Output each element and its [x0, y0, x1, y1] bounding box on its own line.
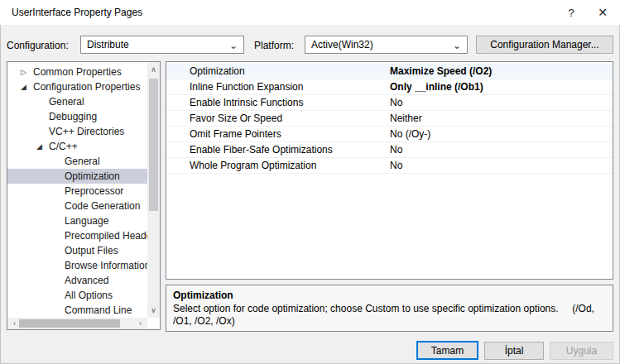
configuration-tree: ▷ Common Properties ◢ Configuration Prop… — [7, 61, 161, 330]
apply-button[interactable]: Uygula — [550, 342, 613, 360]
tree-item-browse-information[interactable]: Browse Information — [7, 258, 147, 273]
property-value[interactable]: No — [390, 142, 613, 157]
property-pages-dialog: { "window": { "title": "UserInterface Pr… — [0, 0, 620, 364]
vertical-scrollbar-thumb[interactable] — [149, 79, 158, 211]
property-name: Favor Size Or Speed — [166, 111, 390, 126]
description-title: Optimization — [173, 290, 606, 301]
property-name: Optimization — [166, 64, 390, 79]
tree-item-output-files[interactable]: Output Files — [7, 243, 147, 258]
configuration-dropdown-value: Distribute — [87, 39, 129, 50]
tree-item-label: Code Generation — [65, 199, 140, 213]
property-name: Whole Program Optimization — [166, 158, 390, 173]
tree-item-debugging[interactable]: Debugging — [7, 109, 147, 124]
property-value[interactable]: No (/Oy-) — [390, 127, 613, 141]
tree-item-general-ccpp[interactable]: General — [7, 154, 147, 169]
tree-item-code-generation[interactable]: Code Generation — [7, 199, 147, 213]
tree-item-label: Debugging — [49, 109, 97, 124]
tree-item-optimization[interactable]: Optimization — [7, 169, 147, 184]
property-value[interactable]: No — [390, 158, 613, 173]
property-name: Inline Function Expansion — [166, 79, 390, 94]
property-value[interactable]: Only __inline (/Ob1) — [390, 79, 613, 94]
tree-vertical-scrollbar[interactable]: ∧ ∨ — [147, 62, 160, 318]
tree-item-label: All Options — [65, 288, 113, 303]
tree-item-advanced[interactable]: Advanced — [7, 273, 147, 288]
property-row-favor-size-or-speed[interactable]: Favor Size Or Speed Neither — [166, 111, 613, 127]
scroll-down-icon[interactable]: ∨ — [147, 304, 160, 316]
tree-items: ▷ Common Properties ◢ Configuration Prop… — [7, 65, 147, 318]
property-value[interactable]: Neither — [390, 111, 613, 126]
property-value[interactable]: No — [390, 95, 613, 110]
ok-button[interactable]: Tamam — [416, 341, 478, 360]
tree-item-label: Browse Information — [65, 258, 147, 273]
property-name: Enable Fiber-Safe Optimizations — [166, 142, 390, 157]
tree-item-configuration-properties[interactable]: ◢ Configuration Properties — [7, 79, 147, 94]
tree-item-language[interactable]: Language — [7, 213, 147, 228]
tree-item-all-options[interactable]: All Options — [7, 288, 147, 303]
expanded-triangle-icon[interactable]: ◢ — [36, 139, 49, 154]
description-panel: Optimization Select option for code opti… — [166, 285, 613, 332]
tree-item-label: Common Properties — [33, 65, 122, 79]
configuration-manager-button[interactable]: Configuration Manager... — [476, 36, 613, 54]
help-icon[interactable]: ? — [557, 0, 585, 25]
property-name: Enable Intrinsic Functions — [166, 95, 390, 110]
configuration-dropdown[interactable]: Distribute ⌄ — [80, 36, 244, 54]
close-icon[interactable]: ✕ — [589, 0, 617, 25]
scroll-up-icon[interactable]: ∧ — [147, 64, 160, 75]
tree-item-c-cpp[interactable]: ◢ C/C++ — [7, 139, 147, 154]
title-bar: UserInterface Property Pages ? ✕ — [0, 0, 620, 25]
tree-item-label: Output Files — [65, 243, 118, 258]
tree-item-common-properties[interactable]: ▷ Common Properties — [7, 65, 147, 79]
chevron-down-icon: ⌄ — [229, 37, 238, 54]
expanded-triangle-icon[interactable]: ◢ — [21, 79, 33, 94]
chevron-down-icon: ⌄ — [453, 37, 461, 54]
tree-item-label: Language — [65, 213, 108, 228]
tree-item-general[interactable]: General — [7, 94, 147, 109]
tree-item-label: Precompiled Heade — [65, 228, 147, 243]
scroll-right-icon[interactable]: › — [134, 318, 147, 329]
property-grid: Optimization Maximize Speed (/O2) Inline… — [166, 61, 613, 280]
tree-item-label: General — [65, 154, 100, 169]
window-title: UserInterface Property Pages — [12, 7, 142, 18]
property-row-omit-frame-pointers[interactable]: Omit Frame Pointers No (/Oy-) — [166, 127, 613, 142]
tree-item-label: Advanced — [65, 273, 108, 288]
property-name: Omit Frame Pointers — [166, 127, 390, 141]
platform-dropdown[interactable]: Active(Win32) ⌄ — [305, 36, 468, 54]
platform-dropdown-value: Active(Win32) — [311, 39, 373, 50]
property-row-enable-intrinsic-functions[interactable]: Enable Intrinsic Functions No — [166, 95, 613, 111]
tree-item-label: Configuration Properties — [33, 79, 140, 94]
tree-item-label: C/C++ — [49, 139, 78, 154]
configuration-label: Configuration: — [7, 40, 69, 51]
tree-item-label: VC++ Directories — [49, 124, 124, 139]
tree-item-label: General — [49, 94, 84, 109]
tree-horizontal-scrollbar[interactable]: ‹ › — [7, 318, 147, 329]
horizontal-scrollbar-thumb[interactable] — [19, 319, 120, 328]
tree-item-precompiled-headers[interactable]: Precompiled Heade — [7, 228, 147, 243]
tree-item-vcpp-directories[interactable]: VC++ Directories — [7, 124, 147, 139]
tree-item-preprocessor[interactable]: Preprocessor — [7, 184, 147, 199]
collapsed-triangle-icon[interactable]: ▷ — [21, 65, 33, 79]
property-row-optimization[interactable]: Optimization Maximize Speed (/O2) — [166, 64, 613, 79]
tree-item-label: Command Line — [65, 303, 132, 318]
property-value[interactable]: Maximize Speed (/O2) — [390, 64, 613, 79]
tree-item-command-line[interactable]: Command Line — [7, 303, 147, 318]
property-row-enable-fiber-safe-optimizations[interactable]: Enable Fiber-Safe Optimizations No — [166, 142, 613, 158]
property-grid-rows: Optimization Maximize Speed (/O2) Inline… — [166, 64, 613, 174]
property-row-whole-program-optimization[interactable]: Whole Program Optimization No — [166, 158, 613, 174]
property-row-inline-function-expansion[interactable]: Inline Function Expansion Only __inline … — [166, 79, 613, 95]
tree-item-label: Preprocessor — [65, 184, 123, 199]
cancel-button[interactable]: İptal — [484, 342, 544, 360]
description-text: Select option for code optimization; cho… — [173, 303, 606, 328]
tree-item-label: Optimization — [65, 169, 120, 184]
platform-label: Platform: — [254, 40, 294, 51]
